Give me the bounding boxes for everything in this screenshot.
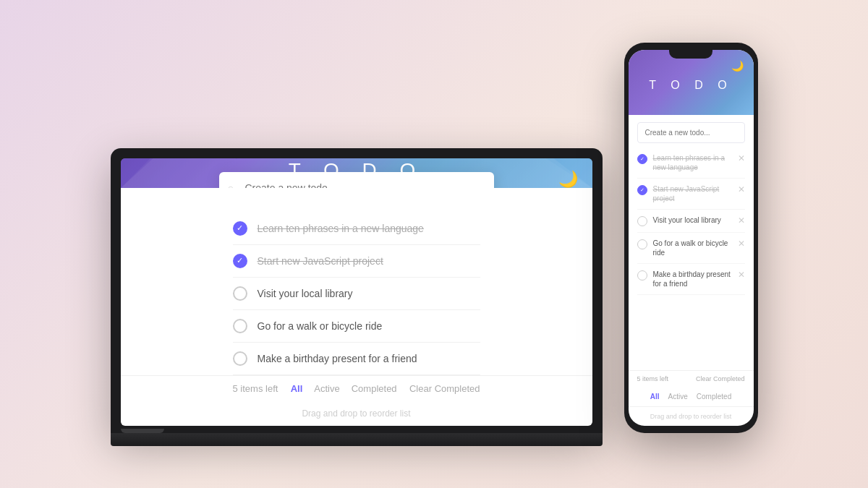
laptop-body: T O D O 🌙 ○ Learn ten: [111, 148, 603, 433]
laptop-todo-body: Learn ten phrases in a new language Star…: [121, 188, 592, 426]
laptop-checkbox-5[interactable]: [233, 351, 247, 366]
phone-todo-item-2: Start new JavaScript project ✕: [637, 179, 745, 210]
laptop-filter-completed[interactable]: Completed: [352, 383, 397, 394]
laptop-checkbox-1[interactable]: [233, 221, 247, 236]
phone-checkbox-4[interactable]: [637, 239, 647, 249]
laptop-todo-text-1: Learn ten phrases in a new language: [258, 223, 424, 234]
laptop-todo-text-3: Visit your local library: [258, 288, 353, 299]
phone-todo-text-5: Make a birthday present for a friend: [653, 270, 732, 288]
phone-clear-completed[interactable]: Clear Completed: [696, 375, 745, 382]
laptop-todo-text-4: Go for a walk or bicycle ride: [258, 320, 383, 332]
phone-filter-tabs: All Active Completed: [629, 387, 754, 407]
phone-todo-item-5: Make a birthday present for a friend ✕: [637, 264, 745, 295]
phone-todo-item-1: Learn ten phrases in a new language ✕: [637, 147, 745, 179]
phone-todo-item-3: Visit your local library ✕: [637, 210, 745, 233]
laptop-todo-item-5: Make a birthday present for a friend: [233, 343, 480, 375]
laptop-todo-input[interactable]: [219, 172, 494, 188]
laptop-checkbox-2[interactable]: [233, 254, 247, 268]
laptop-checkbox-3[interactable]: [233, 286, 247, 301]
phone-delete-2[interactable]: ✕: [738, 184, 745, 194]
laptop-checkbox-4[interactable]: [233, 319, 247, 333]
laptop-device: T O D O 🌙 ○ Learn ten: [111, 148, 603, 446]
laptop-app-header: T O D O 🌙 ○: [121, 158, 592, 188]
phone-app-header: T O D O 🌙: [629, 50, 754, 115]
laptop-base: [111, 433, 603, 446]
phone-items-left: 5 items left: [637, 375, 669, 382]
phone-checkbox-1[interactable]: [637, 154, 647, 164]
phone-input-container: [629, 115, 754, 147]
phone-todo-text-2: Start new JavaScript project: [653, 184, 732, 203]
phone-todo-footer: 5 items left Clear Completed: [629, 370, 754, 387]
laptop-todo-item-3: Visit your local library: [233, 278, 480, 310]
phone-delete-3[interactable]: ✕: [738, 215, 745, 226]
phone-drag-hint: Drag and drop to reorder list: [629, 407, 754, 426]
phone-body: T O D O 🌙 Learn ten phrases in a new lan…: [624, 43, 758, 433]
laptop-filter-active[interactable]: Active: [314, 383, 339, 394]
phone-todo-item-4: Go for a walk or bicycle ride ✕: [637, 233, 745, 264]
laptop-dark-mode-icon[interactable]: 🌙: [558, 170, 578, 188]
todo-app-phone: T O D O 🌙 Learn ten phrases in a new lan…: [629, 50, 754, 426]
phone-checkbox-2[interactable]: [637, 185, 647, 195]
laptop-todo-footer: 5 items left All Active Completed Clear …: [121, 375, 592, 401]
laptop-todo-list: Learn ten phrases in a new language Star…: [121, 213, 592, 375]
phone-filter-completed[interactable]: Completed: [697, 393, 731, 401]
laptop-screen: T O D O 🌙 ○ Learn ten: [121, 158, 592, 426]
phone-todo-input[interactable]: [637, 122, 745, 143]
laptop-drag-hint: Drag and drop to reorder list: [121, 401, 592, 426]
laptop-todo-text-5: Make a birthday present for a friend: [258, 353, 417, 364]
phone-delete-4[interactable]: ✕: [738, 239, 745, 249]
todo-app-laptop: T O D O 🌙 ○ Learn ten: [121, 158, 592, 426]
phone-delete-1[interactable]: ✕: [738, 153, 745, 163]
phone-device: T O D O 🌙 Learn ten phrases in a new lan…: [624, 43, 758, 433]
laptop-items-left: 5 items left: [233, 383, 278, 394]
phone-todo-text-1: Learn ten phrases in a new language: [653, 153, 732, 172]
phone-todo-text-4: Go for a walk or bicycle ride: [653, 239, 732, 257]
phone-screen: T O D O 🌙 Learn ten phrases in a new lan…: [629, 50, 754, 426]
laptop-todo-item-1: Learn ten phrases in a new language: [233, 213, 480, 245]
phone-checkbox-3[interactable]: [637, 216, 647, 226]
phone-checkbox-5[interactable]: [637, 270, 647, 281]
laptop-filter-tabs: All Active Completed: [291, 383, 397, 394]
laptop-input-circle-icon: ○: [228, 182, 234, 188]
laptop-todo-item-4: Go for a walk or bicycle ride: [233, 310, 480, 343]
phone-todo-text-3: Visit your local library: [653, 215, 732, 225]
scene: T O D O 🌙 ○ Learn ten: [111, 43, 758, 446]
phone-todo-list: Learn ten phrases in a new language ✕ St…: [629, 147, 754, 370]
laptop-input-container: ○: [219, 172, 494, 188]
phone-filter-active[interactable]: Active: [668, 393, 688, 401]
phone-dark-mode-icon[interactable]: 🌙: [731, 60, 744, 72]
phone-app-title: T O D O: [649, 79, 732, 92]
phone-delete-5[interactable]: ✕: [738, 270, 745, 280]
laptop-filter-all[interactable]: All: [291, 383, 303, 394]
laptop-todo-text-2: Start new JavaScript project: [258, 255, 383, 267]
laptop-notch: [121, 429, 164, 433]
laptop-clear-completed[interactable]: Clear Completed: [409, 383, 480, 394]
phone-notch: [669, 50, 712, 59]
phone-filter-all[interactable]: All: [650, 393, 660, 401]
laptop-todo-item-2: Start new JavaScript project: [233, 245, 480, 278]
